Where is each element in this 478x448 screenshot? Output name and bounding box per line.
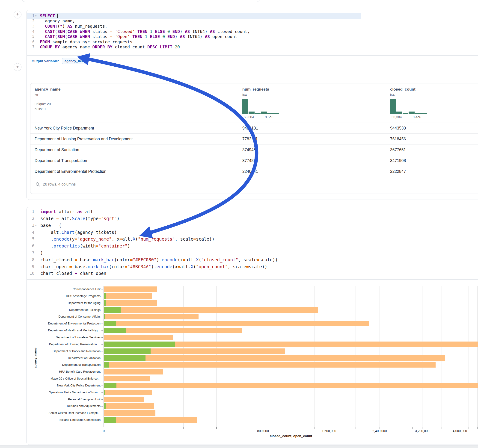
histogram-bar <box>396 112 402 114</box>
table-row[interactable]: Department of Environmental Protection22… <box>31 166 478 177</box>
code-token: + <box>75 271 77 276</box>
code-token <box>52 44 55 49</box>
code-token: X <box>132 236 135 242</box>
gutter-separator <box>38 209 38 277</box>
code-token: "num_requests" <box>138 236 175 242</box>
add-cell-button-middle[interactable]: + <box>14 63 21 71</box>
add-cell-button-top[interactable]: + <box>14 11 21 19</box>
line-number: 7 <box>27 44 34 50</box>
code-token: ( <box>65 29 67 34</box>
histogram-bar <box>261 112 267 114</box>
code-line[interactable]: scale = alt.Scale(type="sqrt") <box>40 215 120 222</box>
code-token: ) <box>117 216 120 221</box>
output-variable-label: Output variable: <box>31 59 59 63</box>
code-line[interactable]: CAST(SUM(CASE WHEN status = 'Closed' THE… <box>40 29 250 34</box>
code-token: SELECT <box>40 13 55 18</box>
output-variable-input[interactable]: agency_tickets <box>62 58 87 64</box>
code-token: encode <box>53 236 69 242</box>
code-token: = <box>110 34 113 39</box>
code-token: open_count <box>210 34 237 39</box>
code-token <box>135 29 138 34</box>
code-token: END <box>172 29 180 34</box>
code-token: ) <box>63 24 68 29</box>
code-token: "container" <box>98 243 127 249</box>
code-token: SUM <box>57 34 65 39</box>
column-name: agency_name <box>35 87 60 92</box>
code-token: 1 <box>150 29 152 34</box>
code-token: FROM <box>40 39 50 44</box>
code-token: = <box>194 236 196 242</box>
code-token: scale)) <box>259 257 278 262</box>
code-line[interactable]: base = ( <box>40 222 62 229</box>
line-number: 4 <box>27 229 34 236</box>
code-token: CASE <box>67 34 77 39</box>
line-number: 3 <box>27 24 34 29</box>
code-line[interactable]: GROUP BY agency_name ORDER BY closed_cou… <box>40 44 180 50</box>
code-token: = <box>246 264 249 269</box>
code-token: = <box>75 236 77 242</box>
row-count-label: 20 rows, 4 columns <box>43 182 76 187</box>
code-token <box>142 34 145 39</box>
table-row[interactable]: New York City Police Department945313194… <box>31 123 478 134</box>
line-number: 10 <box>27 270 34 277</box>
code-token <box>165 29 167 34</box>
code-line[interactable]: chart_closed = base.mark_bar(color="#FFC… <box>40 256 278 263</box>
code-token: (width <box>80 243 96 249</box>
line-number: 7 <box>27 249 34 256</box>
code-token: altair <box>56 209 77 214</box>
table-cell: Department of Housing Preservation and D… <box>35 137 132 142</box>
code-line[interactable]: chart_open = base.mark_bar(color="#8BC34… <box>40 263 267 270</box>
fold-chevron-icon[interactable]: ∨ <box>35 14 37 17</box>
code-token: , x <box>112 236 120 242</box>
code-line[interactable]: .properties(width="container") <box>40 243 130 249</box>
code-token: = <box>56 216 59 221</box>
code-token: 'Open' <box>115 34 130 39</box>
table-row[interactable]: Department of Sanitation37494853677651 <box>31 144 478 155</box>
code-line[interactable]: .encode(y="agency_name", x=alt.X("num_re… <box>40 236 214 243</box>
code-token: GROUP <box>40 44 52 49</box>
code-token: Chart <box>62 230 75 235</box>
code-token: 0 <box>162 34 165 39</box>
table-row[interactable]: Department of Housing Preservation and D… <box>31 133 478 144</box>
table-footer: 20 rows, 4 columns <box>31 177 478 194</box>
code-token: AS <box>210 29 215 34</box>
code-token: = <box>120 236 122 242</box>
code-token: chart_open <box>40 264 69 269</box>
code-token: = <box>177 264 180 269</box>
code-token: chart_closed <box>40 271 75 276</box>
code-token: = <box>98 216 101 221</box>
code-token <box>165 34 167 39</box>
code-token: (color <box>109 264 125 269</box>
code-token: (y <box>69 236 75 242</box>
code-token: CAST <box>45 34 55 39</box>
code-token <box>112 29 115 34</box>
code-token: closed_count <box>112 44 147 49</box>
code-line[interactable]: agency_name, <box>40 19 75 24</box>
code-token: (agency_tickets) <box>75 230 117 235</box>
histogram-min-label: 53,304 <box>391 115 402 119</box>
code-line[interactable]: SELECT <box>40 13 58 19</box>
code-token <box>77 29 80 34</box>
table-cell: 9443533 <box>390 126 406 131</box>
code-token <box>147 34 150 39</box>
code-line[interactable]: COUNT(*) AS num_requests, <box>40 24 107 29</box>
code-token: scale)) <box>196 236 214 242</box>
table-row[interactable]: Department of Transportation377489234719… <box>31 155 478 166</box>
column-stat: unique: 20 <box>35 102 51 106</box>
code-token <box>160 34 162 39</box>
code-line[interactable]: FROM sample_data.nyc.service_requests <box>40 39 132 45</box>
code-line[interactable]: alt.Chart(agency_tickets) <box>40 229 117 236</box>
code-token: chart_open <box>77 271 106 276</box>
code-line[interactable]: ) <box>40 249 43 256</box>
search-icon[interactable] <box>36 182 40 187</box>
code-token: alt. <box>40 230 62 235</box>
code-token: INT64) <box>185 34 205 39</box>
code-line[interactable]: chart_closed + chart_open <box>40 270 106 277</box>
code-token: ( <box>55 34 57 39</box>
code-token: 1 <box>145 34 147 39</box>
fold-chevron-icon[interactable]: ∨ <box>35 224 37 227</box>
table-cell: New York City Police Department <box>35 126 94 131</box>
code-line[interactable]: CAST(SUM(CASE WHEN status = 'Open' THEN … <box>40 34 237 39</box>
code-line[interactable]: import altair as alt <box>40 208 93 215</box>
column-type: i64 <box>390 93 395 97</box>
